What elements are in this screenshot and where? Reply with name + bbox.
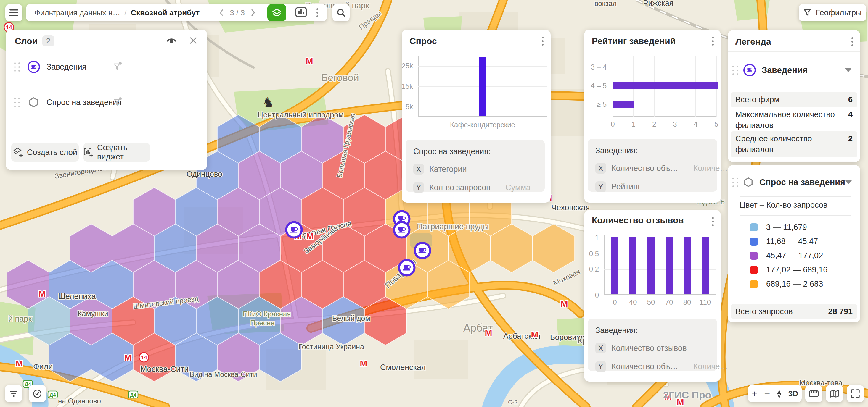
next-page-button[interactable]	[251, 9, 255, 16]
legend-menu-kebab[interactable]	[850, 35, 855, 48]
y-axis-field: Рейтинг	[611, 182, 641, 191]
widget-menu-kebab[interactable]	[540, 35, 545, 47]
metro-icon[interactable]: М	[306, 231, 314, 241]
color-swatch	[750, 238, 758, 245]
metro-icon[interactable]: М	[38, 289, 46, 299]
layer-item-spros[interactable]: Спрос на заведения	[6, 93, 207, 112]
y-axis-badge: Y	[595, 181, 606, 192]
collapse-chevron-icon[interactable]	[845, 180, 852, 184]
folded-map-icon	[830, 389, 839, 398]
widget-menu-kebab[interactable]	[710, 35, 716, 47]
cafe-marker[interactable]	[399, 260, 414, 275]
search-button[interactable]	[333, 4, 350, 21]
metro-icon[interactable]: М	[531, 330, 538, 339]
color-swatch	[750, 266, 758, 274]
stat-label: Всего фирм	[735, 94, 848, 105]
metro-icon[interactable]: М	[485, 328, 492, 338]
metro-icon[interactable]: М	[561, 299, 568, 308]
layers-panel: Слои 2 Заведения	[6, 30, 207, 170]
breadcrumb-separator: /	[124, 8, 126, 18]
legend-stat-row: Всего фирм6	[731, 92, 857, 107]
drag-handle[interactable]	[14, 98, 20, 107]
drag-handle[interactable]	[14, 62, 20, 72]
map-label: Белый дом	[332, 314, 370, 323]
zoom-out-button[interactable]: −	[764, 388, 770, 400]
metro-icon[interactable]: М	[16, 359, 23, 368]
range-label: 3 — 11,679	[766, 223, 807, 232]
legend-panel: Легенда Заведения Всего фирм6Максимально…	[728, 30, 860, 162]
geofilters-button[interactable]: Геофильтры	[799, 4, 866, 21]
map-label: Камушки	[78, 309, 108, 318]
hippodrome-horse-icon: ♞	[262, 95, 274, 110]
map-label: С-2	[508, 399, 518, 406]
breadcrumb-bar: Фильтрация данных н… / Сквозной атрибут …	[26, 4, 327, 21]
layers-toggle-button[interactable]	[267, 4, 286, 21]
widgets-toggle-button[interactable]	[295, 7, 307, 18]
map-label: вокзал	[594, 0, 617, 7]
legend-stat-row: Максимальное количество филиалов4	[731, 107, 857, 133]
legend-total-row: Всего запросов 28 791	[731, 304, 857, 319]
pagination: 3 / 3	[219, 8, 255, 18]
range-label: 11,68 — 45,47	[766, 237, 818, 246]
legend-section-zavedeniya[interactable]: Заведения	[728, 61, 860, 79]
toggle-all-visibility-button[interactable]	[166, 37, 177, 46]
cafe-marker[interactable]	[286, 222, 302, 238]
cafe-cup-icon	[291, 227, 296, 232]
cafe-marker[interactable]	[415, 243, 430, 258]
hexagon-icon	[743, 177, 753, 188]
create-widget-label: Создать виджет	[97, 143, 150, 162]
main-menu-button[interactable]	[5, 4, 23, 21]
layer-item-label: Заведения	[46, 62, 87, 72]
x-axis-field: Категории	[429, 165, 467, 174]
fullscreen-button[interactable]	[847, 385, 864, 402]
legend-section-label: Заведения	[762, 65, 845, 75]
color-swatch	[750, 252, 758, 260]
close-icon	[189, 37, 197, 44]
ruler-tool-button[interactable]	[805, 385, 823, 402]
create-layer-icon	[13, 147, 23, 157]
time-filter-button[interactable]	[29, 385, 46, 402]
widget-title: Количество отзывов	[592, 215, 684, 226]
cafe-marker[interactable]	[394, 222, 409, 238]
cafe-cup-icon	[399, 216, 403, 221]
prev-page-button[interactable]	[219, 9, 224, 16]
drag-handle[interactable]	[733, 178, 738, 187]
layer-filter-icon[interactable]	[113, 62, 122, 73]
toolbar-menu-kebab[interactable]	[315, 6, 320, 19]
metro-icon[interactable]: М	[306, 56, 313, 66]
color-swatch	[750, 223, 758, 231]
footer-source-layer: Заведения:	[595, 326, 710, 335]
y-axis-ticks: 5k15k25k	[402, 56, 416, 117]
create-widget-button[interactable]: Создать виджет	[84, 143, 150, 162]
cafe-cup-icon	[743, 64, 756, 76]
legend-section-spros[interactable]: Спрос на заведения	[728, 173, 860, 192]
collapse-chevron-icon[interactable]	[845, 68, 851, 72]
widget-footer: Заведения: X Количество отзывов Y Количе…	[588, 319, 717, 371]
chart-widget-icon	[295, 7, 307, 17]
drag-handle[interactable]	[733, 66, 738, 75]
map-label: Центральный ипподром	[257, 110, 344, 119]
app-watermark: 2ГИС Про	[663, 389, 711, 401]
geofilters-label: Геофильтры	[816, 8, 862, 18]
mode-3d-button[interactable]: 3D	[788, 389, 798, 399]
map-style-button[interactable]	[826, 385, 843, 402]
close-layers-panel-button[interactable]	[189, 37, 197, 45]
layer-filter-icon[interactable]	[113, 97, 122, 108]
x-axis-category: Кафе-кондитерские	[418, 121, 547, 129]
metro-icon[interactable]: М	[124, 352, 132, 362]
map-label: на Одинцово	[58, 397, 101, 405]
breadcrumb-parent[interactable]: Фильтрация данных н…	[34, 8, 120, 18]
map-filter-button[interactable]	[5, 385, 22, 402]
stat-label: Максимальное количество филиалов	[735, 109, 848, 131]
zoom-in-button[interactable]: +	[751, 388, 757, 400]
compass-needle-icon[interactable]	[777, 389, 781, 399]
metro-icon[interactable]: М	[360, 359, 367, 368]
create-layer-button[interactable]: Создать слой	[11, 143, 79, 162]
widget-menu-kebab[interactable]	[710, 215, 716, 228]
layers-icon	[272, 8, 282, 18]
layers-panel-title: Слои	[15, 36, 38, 46]
layer-item-zavedeniya[interactable]: Заведения	[6, 57, 207, 76]
y-axis-ticks: 00.20.51	[584, 235, 602, 295]
widget-title: Спрос	[409, 36, 437, 46]
cafe-cup-icon	[28, 61, 40, 73]
